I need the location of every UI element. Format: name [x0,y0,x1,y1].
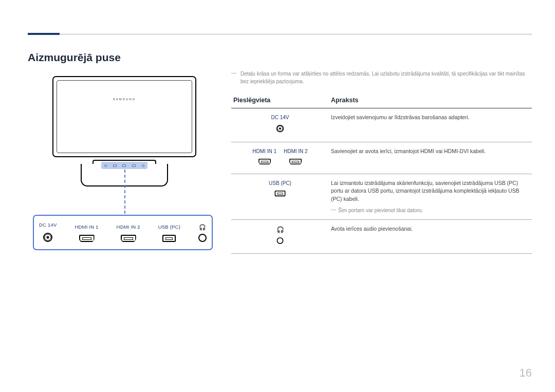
dc-jack-icon [43,233,52,242]
right-column: Detaļu krāsa un forma var atšķirties no … [231,70,532,254]
table-header-port: Pieslēgvieta [231,94,329,108]
ports-panel-enlarged: DC 14V HDMI IN 1 HDMI IN 2 USB (PC) 🎧 [33,215,213,250]
monitor-inner-frame: SAMSUNG [57,80,192,153]
header-rule [60,34,532,34]
header-accent-bar [28,33,60,35]
hdmi-jack-icon [289,159,302,164]
port-hdmi-2: HDMI IN 2 [117,224,140,242]
hdmi-jack-icon [79,235,95,242]
table-row: DC 14V Izveidojiet savienojumu ar līdzst… [231,108,532,142]
monitor-illustration: SAMSUNG [37,76,212,186]
mini-port-icon [113,164,117,167]
port-usb: USB (PC) [158,224,180,242]
mini-port-icon [132,164,136,167]
port-headphone: 🎧 [198,224,207,242]
table-desc-cell: Savienojiet ar avota ierīci, izmantojot … [329,142,532,174]
table-row: 🎧 Avota ierīces audio pievienošanai. [231,219,532,253]
dc-jack-icon [276,125,284,132]
page-title: Aizmugurējā puse [28,51,121,64]
table-desc-cell: Lai izmantotu izstrādājuma skārienfunkci… [329,174,532,219]
port-label: HDMI IN 1 [75,224,98,230]
headphone-icon: 🎧 [233,225,327,234]
hdmi-jack-icon [121,235,136,242]
port-label: HDMI IN 1 [252,147,276,155]
table-port-cell: USB (PC) [231,174,329,219]
table-port-cell: DC 14V [231,108,329,142]
headphone-jack-icon [277,237,284,244]
table-desc-cell: Avota ierīces audio pievienošanai. [329,219,532,253]
table-desc-cell: Izveidojiet savienojumu ar līdzstrāvas b… [329,108,532,142]
port-dc: DC 14V [39,222,57,242]
spec-change-note: Detaļu krāsa un forma var atšķirties no … [231,70,532,85]
hdmi-jack-icon [258,159,271,164]
port-label: USB (PC) [158,224,180,230]
table-header-desc: Apraksts [329,94,532,108]
callout-dashed-line [124,170,125,214]
table-row: USB (PC) Lai izmantotu izstrādājuma skār… [231,174,532,219]
table-port-cell: 🎧 [231,219,329,253]
mini-port-icon [122,164,126,167]
mini-port-icon [104,164,107,167]
port-description: Izveidojiet savienojumu ar līdzstrāvas b… [331,114,470,120]
port-description: Savienojiet ar avota ierīci, izmantojot … [331,148,486,154]
usb-jack-icon [275,191,286,196]
port-label: DC 14V [39,222,57,228]
headphone-icon: 🎧 [199,224,206,231]
ports-table: Pieslēgvieta Apraksts DC 14V Izveidojiet… [231,94,532,254]
port-label: USB (PC) [233,179,327,187]
usb-jack-icon [162,235,176,242]
monitor-brand-label: SAMSUNG [57,98,192,101]
port-hdmi-1: HDMI IN 1 [75,224,98,242]
page-number: 16 [520,366,532,380]
mini-port-icon [142,164,144,167]
left-column: SAMSUNG DC 14V HDMI IN 1 HDMI IN 2 USB (… [33,76,218,250]
table-port-cell: HDMI IN 1 HDMI IN 2 [231,142,329,174]
table-row: HDMI IN 1 HDMI IN 2 Savienojiet ar avota… [231,142,532,174]
headphone-jack-icon [198,234,207,242]
port-description: Avota ierīces audio pievienošanai. [331,226,413,232]
port-description-note: Šim portam var pievienot tikai datoru. [331,207,530,214]
port-label: HDMI IN 2 [117,224,140,230]
port-description: Lai izmantotu izstrādājuma skārienfunkci… [331,180,520,202]
ports-highlight [101,162,147,169]
port-label: DC 14V [233,114,327,121]
port-label: HDMI IN 2 [284,147,308,155]
